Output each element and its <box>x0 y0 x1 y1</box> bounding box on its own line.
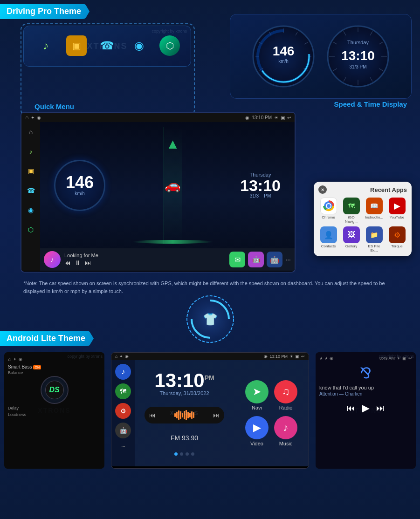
carplay-button[interactable]: ✉ <box>229 252 245 267</box>
recent-app-gallery[interactable]: 🖼 Gallery <box>341 226 361 253</box>
lite-si-settings[interactable]: ⚙ <box>115 403 131 419</box>
dot-3[interactable] <box>186 452 189 456</box>
svg-point-32 <box>327 204 330 208</box>
qm-phone-icon[interactable]: ☎ <box>96 34 118 57</box>
main-screen-body: ⌂ ♪ ▣ ☎ ◉ ⬡ 146 km/h <box>21 122 295 271</box>
delay-label: Delay <box>8 406 101 410</box>
dot-1[interactable] <box>174 452 178 456</box>
main-screen-content: 146 km/h ▲ 🚗 <box>40 122 295 271</box>
center-main: XTRONS 13:10PM Thursday, 31/03/2022 ⏮ <box>135 360 234 466</box>
svg-text:👕: 👕 <box>203 312 218 327</box>
ct-bright: ☀ <box>289 354 293 359</box>
sidebar-phone[interactable]: ☎ <box>25 184 37 197</box>
recent-apps-close-btn[interactable]: ✕ <box>318 185 327 194</box>
recent-apps-grid: Chrome 🗺 iGO Navig... 📖 Instructio... ▶ <box>318 198 407 253</box>
app-navi[interactable]: ➤ Navi <box>245 380 269 410</box>
qm-play-icon[interactable]: ◉ <box>128 34 150 57</box>
app-music[interactable]: ♪ Music <box>274 416 297 446</box>
dsp-screen: XTRONS copyright by xtrons ⌂ ✦ ◉ Smart B… <box>4 352 104 469</box>
app-buttons: ✉ 🤖 🤖 ··· <box>229 252 291 267</box>
sidebar-settings[interactable]: ⬡ <box>25 224 37 236</box>
lite-si-android[interactable]: 🤖 <box>115 423 131 438</box>
gps-icon: ◉ <box>245 115 249 120</box>
recent-app-igo[interactable]: 🗺 iGO Navig... <box>341 198 361 224</box>
bt-play[interactable]: ▶ <box>362 402 370 414</box>
lite-si-dots[interactable]: ··· <box>121 442 125 450</box>
sidebar-home[interactable]: ⌂ <box>25 126 37 138</box>
android-button[interactable]: 🤖 <box>248 252 264 267</box>
navi-label: Navi <box>252 405 262 410</box>
car-display: ▲ 🚗 <box>105 127 240 244</box>
lite-si-music[interactable]: ♪ <box>115 364 131 380</box>
recent-app-esfile-label: ES File Ex... <box>364 244 384 253</box>
app-row-1: ➤ Navi ♫ Radio ▶ Video ♪ <box>245 380 297 446</box>
back-icon[interactable]: ↩ <box>287 115 291 120</box>
copyright-text: copyright by xtrons <box>151 29 187 34</box>
bt-right-icons: 8:49 AM ☀ ▣ ↩ <box>379 356 412 361</box>
driving-pro-section: Driving Pro Theme XTRONS copyright by xt… <box>0 0 420 335</box>
bt-next[interactable]: ⏭ <box>376 403 385 413</box>
dot-2[interactable] <box>180 452 183 456</box>
dsp-dial[interactable]: DS <box>41 376 69 404</box>
sidebar-gallery[interactable]: ▣ <box>25 165 37 177</box>
home-icon[interactable]: ⌂ <box>25 114 28 121</box>
more-button[interactable]: ··· <box>285 252 291 267</box>
recent-app-chrome[interactable]: Chrome <box>318 198 338 224</box>
ct-screen: ▣ <box>295 354 299 359</box>
main-screen-sidebar: ⌂ ♪ ▣ ☎ ◉ ⬡ <box>21 122 40 271</box>
recent-app-contacts[interactable]: 👤 Contacts <box>318 226 338 253</box>
qm-gallery-icon[interactable]: ▣ <box>66 35 87 56</box>
recent-app-esfile[interactable]: 📁 ES File Ex... <box>364 226 384 253</box>
qm-settings-icon[interactable]: ⬡ <box>159 35 180 56</box>
android-lite-section: Android Lite Theme XTRONS copyright by x… <box>0 331 420 471</box>
bt-artist-text: Attention — Charlien <box>319 391 412 396</box>
radio-wave <box>160 410 208 421</box>
bt-prev[interactable]: ⏮ <box>347 403 355 413</box>
topbar-left: ⌂ ✦ ◉ <box>25 114 41 121</box>
recent-apps-title: Recent Apps <box>370 186 407 193</box>
recent-app-torque[interactable]: ⚙ Torque <box>387 226 407 253</box>
note-text: *Note: The car speed shown on screen is … <box>23 280 397 295</box>
prev-icon[interactable]: ⏮ <box>64 259 71 266</box>
qm-music-icon[interactable]: ♪ <box>34 34 57 57</box>
lite-si-map[interactable]: 🗺 <box>115 383 131 399</box>
bt-signal: ★ <box>319 356 323 361</box>
clock-display: Thursday 13:10 31/3 PM <box>325 24 391 89</box>
speed-unit: km/h <box>75 191 85 196</box>
svg-text:km/h: km/h <box>278 59 289 64</box>
recent-app-instructions[interactable]: 📖 Instructio... <box>364 198 384 224</box>
sidebar-music[interactable]: ♪ <box>25 145 37 157</box>
recent-app-youtube[interactable]: ▶ YouTube <box>387 198 407 224</box>
app-grid-right: ➤ Navi ♫ Radio ▶ Video ♪ <box>234 360 309 466</box>
ct-time: 13:10 PM <box>269 354 288 359</box>
bt-topbar: ★ ★ ◉ 8:49 AM ☀ ▣ ↩ <box>319 356 412 361</box>
bt-playback-controls[interactable]: ⏮ ▶ ⏭ <box>319 402 412 414</box>
dsp-topbar: ⌂ ✦ ◉ <box>8 356 101 362</box>
lite-date: Thursday, 31/03/2022 <box>154 390 214 396</box>
page-dots <box>174 452 194 456</box>
android-auto-button[interactable]: 🤖 <box>267 252 282 267</box>
sidebar-play[interactable]: ◉ <box>25 204 37 216</box>
app-video[interactable]: ▶ Video <box>245 416 269 446</box>
music-label: Music <box>279 441 293 446</box>
music-controls[interactable]: ⏮ ⏸ ⏭ <box>64 259 98 266</box>
on-badge: ON <box>33 365 41 369</box>
prev-track[interactable]: ⏮ <box>149 411 156 419</box>
video-label: Video <box>250 441 263 446</box>
dot-4[interactable] <box>191 452 194 456</box>
status-time: 13:10 PM <box>252 115 272 120</box>
next-icon[interactable]: ⏭ <box>85 259 91 266</box>
music-thumbnail: ♪ <box>44 251 61 268</box>
play-pause-icon[interactable]: ⏸ <box>75 259 81 266</box>
car-icon: 🚗 <box>165 178 181 193</box>
dsp-home-icon[interactable]: ⌂ <box>8 356 11 362</box>
ct-left: ⌂ ✦ ◉ <box>115 354 129 359</box>
quick-menu-panel: XTRONS copyright by xtrons ♪ ▣ ☎ ◉ ⬡ <box>23 26 191 67</box>
lite-period: PM <box>205 374 214 382</box>
next-track[interactable]: ⏭ <box>213 411 220 419</box>
app-radio[interactable]: ♫ Radio <box>274 380 297 410</box>
recent-app-youtube-label: YouTube <box>390 215 404 219</box>
ds-label: DS <box>49 386 59 394</box>
ct-back[interactable]: ↩ <box>301 354 305 359</box>
ct-home-icon[interactable]: ⌂ <box>115 354 117 359</box>
